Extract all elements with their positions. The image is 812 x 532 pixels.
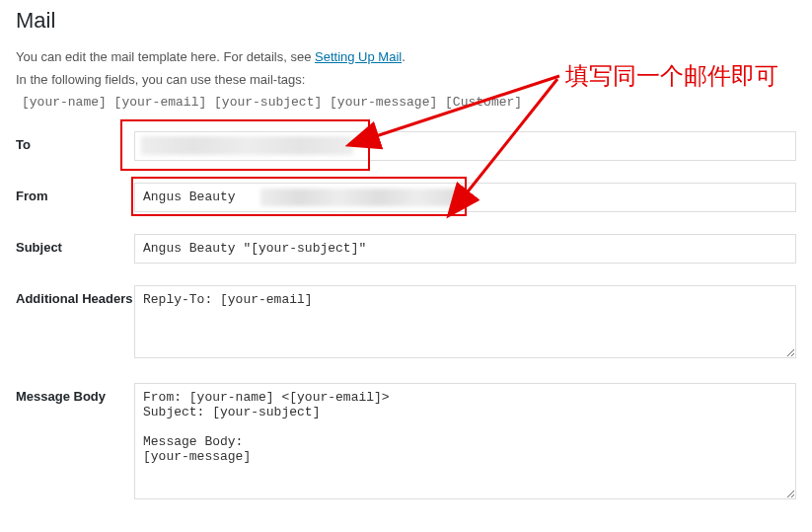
- input-from[interactable]: [134, 183, 796, 212]
- mail-tags-list: [your-name] [your-email] [your-subject] …: [22, 95, 796, 110]
- input-to[interactable]: [134, 131, 796, 161]
- label-subject: Subject: [16, 234, 134, 255]
- textarea-additional-headers[interactable]: Reply-To: [your-email]: [134, 285, 796, 358]
- input-subject[interactable]: [134, 234, 796, 264]
- description-prefix: You can edit the mail template here. For…: [16, 49, 315, 64]
- annotation-text: 填写同一个邮件即可: [565, 60, 778, 92]
- field-row-additional-headers: Additional Headers Reply-To: [your-email…: [16, 285, 796, 361]
- field-row-from: From: [16, 183, 796, 212]
- textarea-message-body[interactable]: From: [your-name] <[your-email]> Subject…: [134, 383, 796, 499]
- label-to: To: [16, 131, 134, 152]
- description-suffix: .: [402, 49, 406, 64]
- field-row-message-body: Message Body From: [your-name] <[your-em…: [16, 383, 796, 502]
- label-additional-headers: Additional Headers: [16, 285, 134, 306]
- label-from: From: [16, 183, 134, 203]
- field-row-subject: Subject: [16, 234, 796, 264]
- field-row-to: To: [16, 131, 796, 161]
- setting-up-mail-link[interactable]: Setting Up Mail: [315, 49, 402, 64]
- section-heading: Mail: [16, 8, 796, 34]
- label-message-body: Message Body: [16, 383, 134, 404]
